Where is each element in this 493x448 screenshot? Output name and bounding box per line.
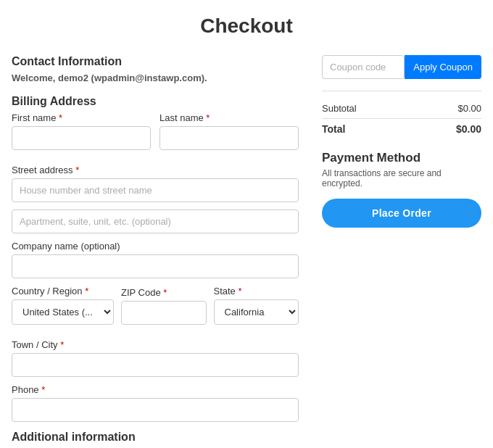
last-name-group: Last name * [160, 112, 299, 150]
phone-group: Phone * [12, 384, 299, 422]
state-label: State * [214, 286, 299, 296]
street-address-group: Street address * [12, 165, 299, 202]
payment-section-title: Payment Method [322, 151, 481, 165]
last-name-label: Last name * [160, 112, 299, 123]
state-select[interactable]: California [214, 299, 299, 325]
total-value: $0.00 [456, 123, 481, 135]
zip-input[interactable] [121, 301, 207, 325]
place-order-button[interactable]: Place Order [322, 199, 481, 228]
zip-group: ZIP Code * [121, 287, 207, 325]
coupon-row: Apply Coupon [322, 55, 481, 79]
total-label: Total [322, 123, 345, 135]
zip-label: ZIP Code * [121, 287, 207, 298]
apply-coupon-button[interactable]: Apply Coupon [405, 55, 481, 79]
town-group: Town / City * [12, 339, 299, 377]
company-input[interactable] [12, 254, 299, 278]
left-column: Contact Information Welcome, demo2 (wpad… [12, 55, 299, 448]
subtotal-label: Subtotal [322, 103, 357, 114]
order-summary: Subtotal $0.00 Total $0.00 [322, 91, 481, 139]
contact-email: (wpadmin@instawp.com). [91, 72, 207, 83]
town-input[interactable] [12, 353, 299, 377]
phone-label: Phone * [12, 384, 299, 395]
page-title: Checkout [12, 14, 481, 38]
coupon-input[interactable] [322, 55, 405, 79]
town-label: Town / City * [12, 339, 299, 350]
name-row: First name * Last name * [12, 112, 299, 157]
billing-section: Billing Address First name * Last name * [12, 95, 299, 422]
contact-username: demo2 [58, 72, 88, 83]
right-column: Apply Coupon Subtotal $0.00 Total $0.00 … [322, 55, 481, 239]
contact-section-title: Contact Information [12, 55, 299, 68]
street-address-label: Street address * [12, 165, 299, 175]
subtotal-value: $0.00 [457, 103, 481, 114]
payment-section: Payment Method All transactions are secu… [322, 151, 481, 228]
country-select[interactable]: United States (... [12, 299, 114, 325]
street-address-input[interactable] [12, 178, 299, 202]
first-name-group: First name * [12, 112, 151, 150]
company-label: Company name (optional) [12, 241, 299, 252]
country-label: Country / Region * [12, 286, 114, 296]
apt-group [12, 210, 299, 233]
total-row: Total $0.00 [322, 118, 481, 139]
phone-input[interactable] [12, 398, 299, 422]
first-name-input[interactable] [12, 126, 151, 150]
last-name-input[interactable] [160, 126, 299, 150]
billing-section-title: Billing Address [12, 95, 299, 108]
subtotal-row: Subtotal $0.00 [322, 99, 481, 118]
payment-description: All transactions are secure and encrypte… [322, 168, 481, 188]
first-name-label: First name * [12, 112, 151, 123]
company-group: Company name (optional) [12, 241, 299, 278]
additional-section-title: Additional information [12, 431, 299, 444]
contact-welcome: Welcome, demo2 (wpadmin@instawp.com). [12, 72, 299, 83]
apt-input[interactable] [12, 210, 299, 233]
contact-welcome-text: Welcome, [12, 72, 55, 83]
additional-section: Additional information Order notes (opti… [12, 431, 299, 448]
country-zip-state-row: Country / Region * United States (... ZI… [12, 286, 299, 332]
contact-info-section: Contact Information Welcome, demo2 (wpad… [12, 55, 299, 83]
country-group: Country / Region * United States (... [12, 286, 114, 325]
state-group: State * California [214, 286, 299, 325]
